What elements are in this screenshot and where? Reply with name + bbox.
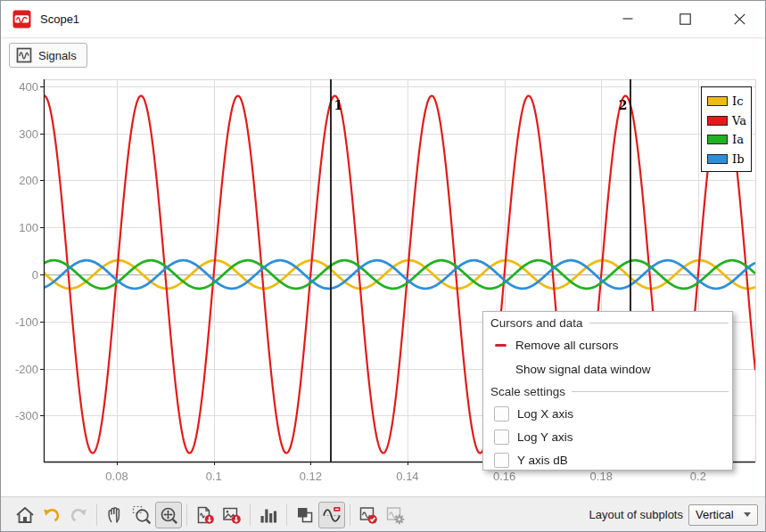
x-tick-label: 0.1 bbox=[187, 470, 241, 483]
scope-app-icon bbox=[12, 10, 31, 29]
legend-entry-va: Va bbox=[707, 111, 746, 131]
log-y-axis-checkbox[interactable] bbox=[494, 430, 509, 445]
view-settings-icon bbox=[384, 504, 406, 526]
menu-item-show-signal-data[interactable]: Show signal data window bbox=[483, 357, 732, 381]
menu-item-log-y-axis[interactable]: Log Y axis bbox=[483, 425, 732, 448]
overlay-plots-icon bbox=[294, 504, 316, 526]
minimize-icon bbox=[622, 13, 633, 24]
legend-swatch-ic bbox=[707, 96, 728, 106]
legend: Ic Va Ia Ib bbox=[701, 86, 752, 172]
toolbar-separator bbox=[350, 504, 350, 526]
menu-item-y-axis-db[interactable]: Y axis dB bbox=[483, 448, 732, 471]
menu-section-scale-label: Scale settings bbox=[490, 385, 565, 398]
trace-options-icon bbox=[321, 504, 342, 526]
maximize-button[interactable] bbox=[671, 6, 698, 31]
home-button[interactable] bbox=[12, 502, 38, 528]
x-tick-label: 0.2 bbox=[671, 470, 725, 483]
toolbar-separator bbox=[286, 504, 287, 526]
menu-item-remove-all-cursors[interactable]: Remove all cursors bbox=[483, 333, 732, 357]
legend-entry-ib: Ib bbox=[707, 150, 746, 169]
x-tick-label: 0.18 bbox=[574, 470, 628, 483]
legend-label-ic: Ic bbox=[732, 94, 743, 108]
x-tick-label: 0.12 bbox=[284, 470, 337, 483]
legend-swatch-ib bbox=[707, 154, 728, 164]
export-data-button[interactable] bbox=[192, 502, 218, 528]
close-icon bbox=[734, 13, 745, 25]
context-menu: Cursors and data Remove all cursors Show… bbox=[482, 311, 733, 471]
menu-section-scale: Scale settings bbox=[483, 381, 732, 402]
redo-icon bbox=[68, 504, 89, 526]
ribbon: Signals bbox=[1, 38, 765, 72]
overlay-plots-button[interactable] bbox=[292, 502, 318, 528]
toolbar-separator bbox=[250, 504, 251, 526]
legend-entry-ic: Ic bbox=[707, 92, 746, 111]
log-y-axis-label: Log Y axis bbox=[517, 430, 573, 444]
close-button[interactable] bbox=[726, 6, 753, 31]
cursor-label[interactable]: 2 bbox=[619, 98, 628, 112]
zoom-pan-button[interactable] bbox=[155, 502, 182, 528]
zoom-select-button[interactable] bbox=[128, 502, 155, 528]
log-x-axis-checkbox[interactable] bbox=[494, 406, 509, 422]
menu-section-cursors: Cursors and data bbox=[483, 313, 732, 333]
y-tick-label: 200 bbox=[1, 174, 38, 187]
plot-area: -300-200-10001002003004000.080.10.120.14… bbox=[1, 72, 766, 496]
menu-section-cursors-label: Cursors and data bbox=[490, 316, 583, 330]
menu-item-log-x-axis[interactable]: Log X axis bbox=[483, 402, 732, 425]
bar-chart-button[interactable] bbox=[255, 502, 282, 528]
undo-icon bbox=[41, 504, 62, 526]
home-icon bbox=[14, 504, 36, 526]
y-tick-label: 0 bbox=[1, 268, 38, 282]
export-image-icon bbox=[221, 504, 243, 526]
export-image-button[interactable] bbox=[218, 502, 245, 528]
x-tick-label: 0.08 bbox=[90, 470, 144, 483]
toolbar-separator bbox=[186, 504, 187, 526]
view-settings-button[interactable] bbox=[382, 502, 408, 528]
y-tick-label: -300 bbox=[1, 409, 38, 422]
export-data-icon bbox=[194, 504, 216, 526]
trace-options-button[interactable] bbox=[318, 502, 345, 528]
zoom-pan-icon bbox=[158, 504, 179, 526]
zoom-select-icon bbox=[131, 504, 152, 526]
x-tick-label: 0.16 bbox=[478, 470, 531, 483]
apply-view-button[interactable] bbox=[355, 502, 382, 528]
x-tick-label: 0.14 bbox=[381, 470, 434, 483]
pan-button[interactable] bbox=[102, 502, 128, 528]
legend-swatch-ia bbox=[707, 135, 728, 144]
signals-icon bbox=[16, 47, 32, 63]
legend-swatch-va bbox=[707, 116, 728, 126]
layout-group: Layout of subplots Vertical bbox=[589, 504, 758, 526]
y-tick-label: -100 bbox=[1, 315, 38, 329]
signals-button[interactable]: Signals bbox=[9, 43, 87, 68]
minimize-button[interactable] bbox=[614, 6, 641, 31]
menu-item-show-data-label: Show signal data window bbox=[515, 363, 651, 376]
legend-label-ib: Ib bbox=[732, 152, 744, 166]
log-x-axis-label: Log X axis bbox=[517, 407, 573, 421]
section-rule bbox=[572, 391, 729, 392]
y-axis-db-label: Y axis dB bbox=[517, 454, 568, 467]
y-axis-db-checkbox[interactable] bbox=[494, 453, 509, 468]
undo-button[interactable] bbox=[38, 502, 65, 528]
remove-cursor-icon bbox=[492, 344, 515, 348]
redo-button[interactable] bbox=[65, 502, 92, 528]
layout-of-subplots-label: Layout of subplots bbox=[589, 508, 683, 521]
bar-chart-icon bbox=[258, 504, 279, 526]
y-tick-label: 100 bbox=[1, 221, 38, 234]
legend-label-va: Va bbox=[732, 114, 746, 127]
y-tick-label: 300 bbox=[1, 127, 38, 141]
chevron-down-icon bbox=[744, 512, 751, 517]
menu-item-remove-label: Remove all cursors bbox=[515, 339, 619, 352]
layout-dropdown-value: Vertical bbox=[696, 508, 734, 521]
y-tick-label: -200 bbox=[1, 363, 38, 376]
y-tick-label: 400 bbox=[1, 80, 38, 94]
window-title: Scope1 bbox=[40, 12, 79, 26]
layout-dropdown[interactable]: Vertical bbox=[688, 504, 758, 526]
legend-entry-ia: Ia bbox=[707, 130, 746, 150]
toolbar-separator bbox=[96, 504, 97, 526]
maximize-icon bbox=[680, 13, 691, 25]
cursor-label[interactable]: 1 bbox=[334, 98, 343, 112]
title-bar: Scope1 bbox=[1, 1, 765, 38]
legend-label-ia: Ia bbox=[732, 133, 744, 146]
section-rule bbox=[589, 323, 729, 323]
apply-view-icon bbox=[358, 504, 379, 526]
signals-button-label: Signals bbox=[38, 49, 77, 62]
